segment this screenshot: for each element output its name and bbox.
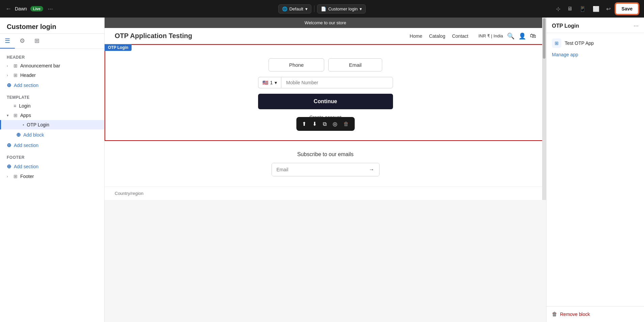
add-block-label: Add block [23, 132, 44, 138]
select-tool-button[interactable]: ⊹ [554, 4, 562, 13]
scrollbar-thumb[interactable] [543, 18, 545, 59]
footer-region-bar: Country/region [105, 186, 546, 200]
nav-catalog[interactable]: Catalog [429, 33, 445, 39]
nav-sections-icon[interactable]: ☰ [0, 34, 15, 49]
save-button[interactable]: Save [615, 3, 639, 14]
mobile-number-input[interactable] [281, 77, 393, 88]
default-dropdown[interactable]: 🌐 Default ▾ [278, 4, 311, 13]
globe-icon: 🌐 [282, 6, 287, 11]
submit-arrow-icon[interactable]: → [364, 163, 379, 176]
page-dropdown[interactable]: 📄 Customer login ▾ [317, 4, 366, 13]
arrow-icon-4: › [7, 174, 11, 178]
remove-block-label: Remove block [560, 312, 590, 317]
email-tab[interactable]: Email [328, 58, 382, 71]
right-panel-header: OTP Login ··· [547, 18, 644, 33]
app-block-icon: ▪ [23, 122, 24, 127]
footer-group: Footer ⊕ Add section › ⊞ Footer [0, 153, 104, 181]
nav-apps-icon[interactable]: ⊞ [30, 34, 44, 49]
add-section-label: Add section [14, 83, 38, 88]
page-label: Customer login [328, 6, 358, 11]
chevron-down-icon-2: ▾ [360, 6, 362, 11]
add-block-button[interactable]: ⊕ Add block [0, 129, 104, 140]
store-logo: OTP Application Testing [115, 32, 410, 40]
phone-input-row: 🇺🇸 1 ▾ [258, 77, 393, 88]
plus-icon: ⊕ [7, 82, 11, 88]
remove-block-button[interactable]: 🗑 Remove block [547, 306, 644, 322]
tablet-view-button[interactable]: ⬜ [591, 4, 601, 13]
live-badge: Live [30, 6, 43, 11]
add-section-label-2: Add section [14, 143, 38, 148]
subscribe-section: Subscribe to our emails → [105, 141, 546, 186]
duplicate-button[interactable]: ⧉ [320, 119, 329, 129]
header-label: Header [20, 72, 36, 78]
plus-icon-3: ⊕ [7, 142, 11, 148]
search-icon[interactable]: 🔍 [507, 32, 514, 40]
country-code: 1 [270, 80, 273, 85]
account-icon[interactable]: 👤 [519, 32, 526, 40]
app-icon: ⊞ [552, 38, 561, 48]
canvas-scrollbar[interactable] [542, 18, 546, 200]
mobile-view-button[interactable]: 📱 [577, 4, 588, 13]
nav-contact[interactable]: Contact [452, 33, 468, 39]
app-name: Test OTP App [565, 40, 594, 46]
nav-settings-icon[interactable]: ⚙ [15, 34, 30, 49]
otp-login-section[interactable]: OTP Login Phone Email 🇺🇸 1 ▾ [105, 44, 546, 141]
plus-icon-2: ⊕ [16, 131, 21, 138]
subscribe-email-input[interactable] [272, 163, 364, 176]
move-down-button[interactable]: ⬇ [310, 119, 319, 129]
country-selector[interactable]: 🇺🇸 1 ▾ [258, 77, 281, 88]
chevron-icon: ▾ [275, 80, 277, 85]
header-section-label: Header [0, 53, 104, 61]
main-area: Customer login ☰ ⚙ ⊞ Header › ⊞ Announce… [0, 18, 644, 322]
currency-selector[interactable]: INR ₹ | India [478, 33, 503, 38]
continue-button[interactable]: Continue [258, 94, 393, 109]
canvas-wrapper: Welcome to our store OTP Application Tes… [105, 18, 546, 322]
login-label: Login [19, 103, 30, 109]
store-nav-right: INR ₹ | India 🔍 👤 🛍 [478, 32, 536, 40]
trash-icon: 🗑 [552, 311, 557, 317]
move-up-button[interactable]: ⬆ [300, 119, 309, 129]
apps-item[interactable]: ▾ ⊞ Apps [0, 111, 104, 120]
separator [314, 5, 314, 12]
grid-icon-2: ⊞ [13, 72, 18, 78]
delete-button[interactable]: 🗑 [341, 119, 351, 129]
hide-button[interactable]: ◎ [330, 119, 340, 129]
cart-icon[interactable]: 🛍 [530, 32, 536, 39]
header-add-section-button[interactable]: ⊕ Add section [0, 80, 104, 90]
footer-add-section-label: Add section [14, 164, 38, 169]
manage-app-link[interactable]: Manage app [552, 52, 578, 57]
back-icon[interactable]: ← [5, 5, 11, 12]
footer-item[interactable]: › ⊞ Footer [0, 172, 104, 181]
phone-tab[interactable]: Phone [269, 58, 324, 71]
footer-label: Footer [20, 174, 34, 179]
footer-add-section-button[interactable]: ⊕ Add section [0, 161, 104, 172]
undo-button[interactable]: ↩ [604, 4, 613, 13]
announcement-bar-label: Announcement bar [20, 63, 60, 68]
right-panel-body: ⊞ Test OTP App Manage app [547, 33, 644, 306]
plus-icon-4: ⊕ [7, 163, 11, 170]
floating-toolbar: ⬆ ⬇ ⧉ ◎ 🗑 [296, 117, 355, 131]
left-panel: Customer login ☰ ⚙ ⊞ Header › ⊞ Announce… [0, 18, 105, 322]
template-group: Template ≡ Login ▾ ⊞ Apps ▪ OTP Login ⊕ [0, 93, 104, 150]
store-nav: Home Catalog Contact [410, 33, 468, 39]
topbar-left: ← Dawn Live ··· [5, 5, 274, 12]
canvas-inner[interactable]: Welcome to our store OTP Application Tes… [105, 18, 546, 200]
footer-section-label: Footer [0, 153, 104, 161]
email-subscribe-row: → [272, 163, 380, 176]
topbar: ← Dawn Live ··· 🌐 Default ▾ 📄 Customer l… [0, 0, 644, 18]
test-otp-app-item: ⊞ Test OTP App [552, 38, 639, 48]
right-panel: OTP Login ··· ⊞ Test OTP App Manage app … [546, 18, 644, 322]
announcement-bar-item[interactable]: › ⊞ Announcement bar [0, 61, 104, 70]
header-item[interactable]: › ⊞ Header [0, 70, 104, 80]
nav-home[interactable]: Home [410, 33, 422, 39]
right-panel-more-button[interactable]: ··· [634, 22, 639, 29]
flag-icon: 🇺🇸 [262, 80, 268, 85]
grid-icon-4: ⊞ [13, 174, 18, 179]
store-header: OTP Application Testing Home Catalog Con… [105, 28, 546, 44]
template-add-section-button[interactable]: ⊕ Add section [0, 140, 104, 150]
topbar-more-button[interactable]: ··· [48, 5, 53, 12]
desktop-view-button[interactable]: 🖥 [565, 4, 575, 13]
login-item[interactable]: ≡ Login [0, 101, 104, 111]
otp-login-item[interactable]: ▪ OTP Login [0, 120, 104, 129]
arrow-icon: › [7, 64, 11, 68]
